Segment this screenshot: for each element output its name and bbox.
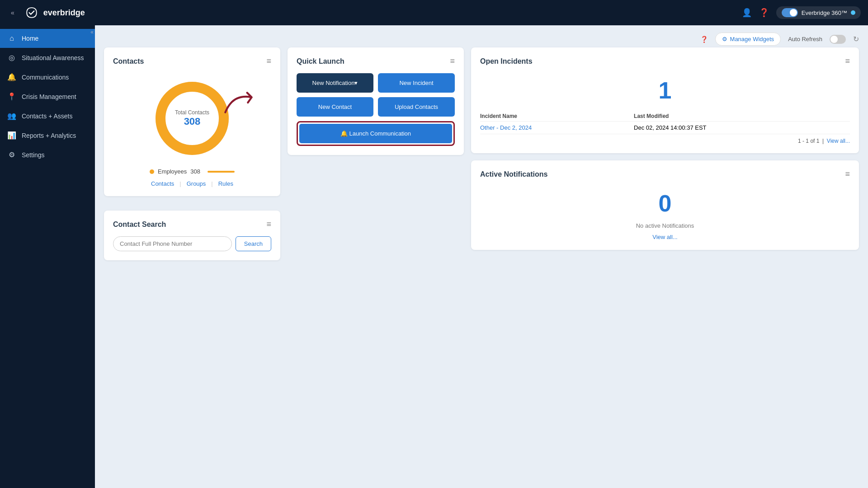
- contact-search-widget: Contact Search ≡ Search: [104, 211, 280, 260]
- donut-value: 308: [175, 116, 209, 127]
- incidents-col-name: Incident Name: [480, 111, 634, 122]
- incident-modified: Dec 02, 2024 14:00:37 EST: [634, 122, 850, 134]
- refresh-icon[interactable]: ↻: [853, 35, 859, 43]
- groups-link[interactable]: Groups: [187, 180, 206, 187]
- active-notifications-widget: Active Notifications ≡ 0 No active Notif…: [471, 160, 859, 250]
- contacts-links: Contacts | Groups | Rules: [113, 180, 271, 187]
- sidebar-item-situational-awareness[interactable]: ◎ Situational Awareness: [0, 48, 95, 67]
- help-icon[interactable]: ❓: [759, 8, 769, 18]
- incidents-col-modified: Last Modified: [634, 111, 850, 122]
- contacts-assets-icon: 👥: [7, 112, 16, 120]
- new-notification-button[interactable]: New Notification▾: [297, 73, 373, 93]
- open-incidents-menu-icon[interactable]: ≡: [845, 56, 850, 66]
- contacts-widget: Contacts ≡ Total Contacts: [104, 47, 280, 196]
- sidebar-item-home[interactable]: ⌂ Home: [0, 29, 95, 48]
- incidents-pagination: 1 - 1 of 1 | View all...: [480, 138, 850, 144]
- settings-icon: ⚙: [7, 150, 16, 159]
- launch-communication-button[interactable]: 🔔 Launch Communication: [299, 124, 452, 143]
- widgets-row: Contacts ≡ Total Contacts: [104, 47, 859, 260]
- incidents-view-all-link[interactable]: View all...: [827, 138, 850, 144]
- legend-dot: [150, 169, 154, 174]
- legend-bar: [208, 171, 235, 173]
- sidebar-item-label: Home: [22, 35, 38, 42]
- sidebar-item-crisis-management[interactable]: 📍 Crisis Management: [0, 87, 95, 106]
- ev360-label: Everbridge 360™: [802, 9, 847, 16]
- contact-search-menu-icon[interactable]: ≡: [266, 220, 271, 229]
- incident-name-link[interactable]: Other - Dec 2, 2024: [480, 124, 532, 131]
- active-notifications-empty-label: No active Notifications: [480, 222, 850, 229]
- widget-help-icon[interactable]: ❓: [700, 36, 708, 43]
- contacts-legend: Employees 308: [113, 168, 271, 175]
- new-incident-button[interactable]: New Incident: [378, 73, 455, 93]
- table-row: Other - Dec 2, 2024 Dec 02, 2024 14:00:3…: [480, 122, 850, 134]
- communications-icon: 🔔: [7, 73, 16, 81]
- auto-refresh-label: Auto Refresh: [788, 36, 822, 42]
- sidebar-item-label: Contacts + Assets: [22, 113, 72, 120]
- manage-widgets-label: Manage Widgets: [730, 36, 774, 42]
- ev360-toggle[interactable]: Everbridge 360™: [776, 6, 861, 19]
- contacts-widget-title: Contacts: [113, 57, 144, 66]
- quick-launch-menu-icon[interactable]: ≡: [450, 56, 455, 66]
- right-column: Open Incidents ≡ 1 Incident Name Last Mo…: [471, 47, 859, 250]
- user-icon[interactable]: 👤: [742, 8, 752, 18]
- contact-search-button[interactable]: Search: [236, 236, 271, 251]
- home-icon: ⌂: [7, 34, 16, 42]
- legend-label: Employees: [158, 168, 187, 175]
- sidebar-item-communications[interactable]: 🔔 Communications: [0, 67, 95, 87]
- sidebar-item-label: Situational Awareness: [22, 54, 84, 61]
- rules-link[interactable]: Rules: [218, 180, 233, 187]
- manage-widgets-button[interactable]: ⚙ Manage Widgets: [715, 33, 781, 46]
- auto-refresh-toggle[interactable]: [830, 35, 846, 44]
- active-notifications-menu-icon[interactable]: ≡: [845, 169, 850, 179]
- logo-text: everbridge: [43, 8, 85, 18]
- situational-awareness-icon: ◎: [7, 53, 16, 62]
- active-notifications-count: 0: [480, 186, 850, 221]
- ev360-status-dot: [851, 10, 855, 15]
- sidebar-item-label: Communications: [22, 74, 69, 81]
- active-notifications-title: Active Notifications: [480, 170, 547, 178]
- upload-contacts-button[interactable]: Upload Contacts: [378, 97, 455, 117]
- legend-value: 308: [190, 168, 200, 175]
- contacts-widget-menu-icon[interactable]: ≡: [266, 56, 271, 66]
- sidebar-item-settings[interactable]: ⚙ Settings: [0, 145, 95, 164]
- logo: everbridge: [24, 5, 85, 21]
- crisis-management-icon: 📍: [7, 92, 16, 101]
- notifications-view-all-link[interactable]: View all...: [652, 234, 677, 240]
- sidebar-item-label: Crisis Management: [22, 93, 76, 100]
- gear-icon: ⚙: [722, 36, 727, 42]
- open-incidents-widget: Open Incidents ≡ 1 Incident Name Last Mo…: [471, 47, 859, 153]
- quick-launch-widget: Quick Launch ≡ New Notification▾ New Inc…: [288, 47, 464, 155]
- sidebar-item-contacts-assets[interactable]: 👥 Contacts + Assets: [0, 106, 95, 126]
- donut-label: Total Contacts: [175, 109, 209, 116]
- contacts-link[interactable]: Contacts: [151, 180, 174, 187]
- sidebar: « ⌂ Home ◎ Situational Awareness 🔔 Commu…: [0, 25, 95, 488]
- incidents-table: Incident Name Last Modified Other - Dec …: [480, 111, 850, 134]
- sidebar-item-label: Reports + Analytics: [22, 132, 76, 139]
- contact-search-input[interactable]: [113, 236, 232, 251]
- topnav: « everbridge 👤 ❓ Everbridge 360™: [0, 0, 868, 25]
- sidebar-item-reports-analytics[interactable]: 📊 Reports + Analytics: [0, 126, 95, 145]
- contact-search-title: Contact Search: [113, 221, 166, 229]
- new-contact-button[interactable]: New Contact: [297, 97, 373, 117]
- open-incidents-count: 1: [480, 73, 850, 108]
- open-incidents-title: Open Incidents: [480, 57, 533, 66]
- reports-analytics-icon: 📊: [7, 131, 16, 140]
- quick-launch-title: Quick Launch: [297, 57, 344, 66]
- collapse-sidebar-button[interactable]: «: [7, 7, 18, 18]
- search-row: Search: [113, 236, 271, 251]
- quick-launch-grid: New Notification▾ New Incident New Conta…: [297, 73, 455, 117]
- main-content: ❓ ⚙ Manage Widgets Auto Refresh ↻ Contac…: [95, 25, 868, 488]
- top-right-bar: ❓ ⚙ Manage Widgets Auto Refresh ↻: [104, 33, 859, 46]
- sidebar-collapse-button[interactable]: «: [89, 27, 95, 37]
- launch-communication-wrapper: 🔔 Launch Communication: [297, 121, 455, 146]
- sidebar-item-label: Settings: [22, 151, 45, 159]
